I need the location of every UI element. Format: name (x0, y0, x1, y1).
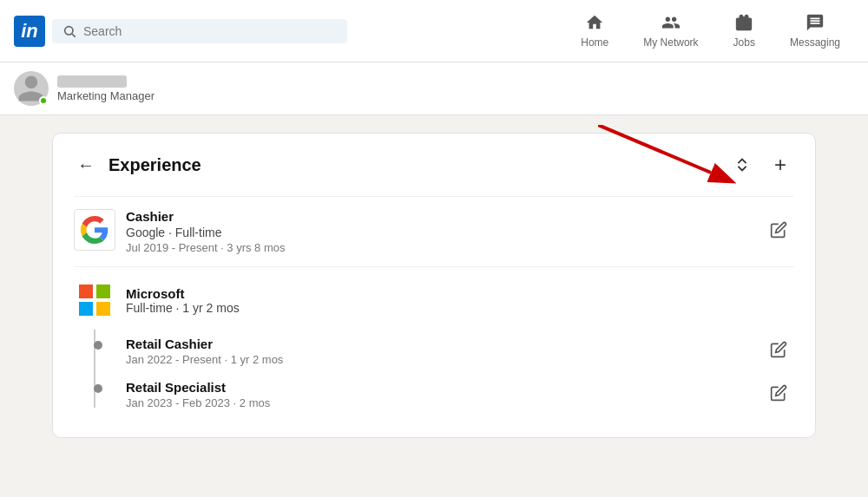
search-icon (62, 24, 76, 38)
nav-messaging[interactable]: Messaging (776, 6, 854, 56)
sort-button[interactable] (728, 151, 756, 179)
card-header: ← Experience + (74, 151, 794, 179)
nav-jobs-label: Jobs (733, 36, 755, 49)
profile-info: Marketing Manager (57, 75, 155, 102)
home-icon (585, 13, 604, 35)
nav-home[interactable]: Home (567, 6, 622, 56)
svg-rect-4 (79, 284, 93, 298)
top-navbar: in Home My Network Jobs (0, 0, 868, 62)
profile-title: Marketing Manager (57, 89, 155, 102)
card-actions: + (728, 151, 794, 179)
retail-specialist-duration: Jan 2023 - Feb 2023 · 2 mos (126, 396, 763, 409)
online-indicator (39, 96, 48, 105)
microsoft-duration: Full-time · 1 yr 2 mos (126, 301, 794, 315)
back-button[interactable]: ← (74, 153, 98, 177)
linkedin-logo[interactable]: in (14, 16, 45, 47)
nav-messaging-label: Messaging (790, 36, 840, 49)
google-logo (74, 209, 115, 251)
profile-name-blurred (57, 75, 127, 88)
nav-my-network[interactable]: My Network (629, 6, 712, 56)
microsoft-logo (74, 279, 115, 321)
microsoft-header: Microsoft Full-time · 1 yr 2 mos (74, 279, 794, 321)
cashier-title: Cashier (126, 209, 763, 224)
svg-rect-5 (96, 284, 110, 298)
retail-cashier-details: Retail Cashier Jan 2022 - Present · 1 yr… (126, 337, 763, 366)
experience-section-title: Experience (108, 155, 728, 175)
svg-rect-6 (79, 302, 93, 316)
retail-cashier-title: Retail Cashier (126, 337, 763, 351)
experience-item-retail-cashier: Retail Cashier Jan 2022 - Present · 1 yr… (126, 330, 794, 373)
experience-item-retail-specialist: Retail Specialist Jan 2023 - Feb 2023 · … (126, 373, 794, 416)
main-content: ← Experience + (0, 115, 868, 455)
add-experience-button[interactable]: + (766, 151, 794, 179)
retail-specialist-title: Retail Specialist (126, 380, 763, 395)
microsoft-company-name: Microsoft (126, 286, 794, 301)
avatar (14, 71, 49, 106)
svg-rect-7 (96, 302, 110, 316)
retail-cashier-duration: Jan 2022 - Present · 1 yr 2 mos (126, 353, 763, 366)
network-icon (661, 13, 681, 35)
messaging-icon (806, 13, 825, 35)
svg-line-1 (72, 34, 76, 37)
profile-strip: Marketing Manager (0, 62, 868, 115)
edit-cashier-button[interactable] (763, 218, 794, 246)
main-nav: Home My Network Jobs Messaging (567, 6, 854, 56)
cashier-details: Cashier Google · Full-time Jul 2019 - Pr… (126, 209, 763, 254)
microsoft-sub-items: Retail Cashier Jan 2022 - Present · 1 yr… (74, 330, 794, 416)
experience-card: ← Experience + (52, 133, 816, 438)
nav-my-network-label: My Network (643, 36, 698, 49)
cashier-duration: Jul 2019 - Present · 3 yrs 8 mos (126, 241, 763, 254)
edit-retail-cashier-button[interactable] (763, 337, 794, 366)
nav-home-label: Home (581, 36, 608, 49)
cashier-company: Google · Full-time (126, 226, 763, 239)
search-bar[interactable] (52, 19, 347, 43)
jobs-icon (734, 13, 753, 35)
svg-point-0 (65, 26, 73, 34)
edit-retail-specialist-button[interactable] (763, 381, 794, 409)
microsoft-group: Microsoft Full-time · 1 yr 2 mos Retail … (74, 266, 794, 416)
microsoft-info: Microsoft Full-time · 1 yr 2 mos (126, 286, 794, 315)
experience-item-cashier: Cashier Google · Full-time Jul 2019 - Pr… (74, 196, 794, 266)
nav-jobs[interactable]: Jobs (720, 6, 769, 56)
search-input[interactable] (83, 24, 337, 38)
retail-specialist-details: Retail Specialist Jan 2023 - Feb 2023 · … (126, 380, 763, 409)
